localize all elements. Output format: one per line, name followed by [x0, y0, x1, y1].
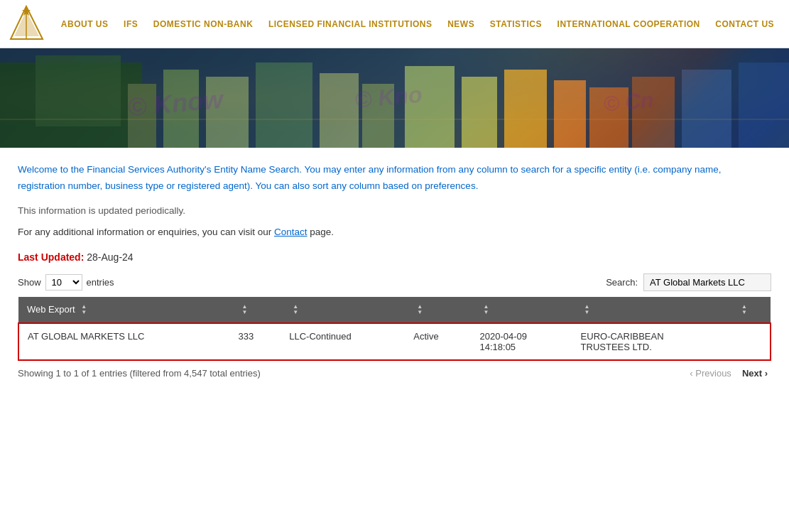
enquiry-suffix: page. [307, 227, 334, 237]
table-cell-0-6 [729, 323, 771, 360]
table-footer: Showing 1 to 1 of 1 entries (filtered fr… [18, 367, 771, 380]
nav-link-licensed[interactable]: LICENSED FINANCIAL INSTITUTIONS [263, 16, 438, 33]
sort-arrows-icon-4: ▲▼ [417, 304, 423, 315]
svg-rect-20 [682, 70, 731, 148]
main-content: Welcome to the Financial Services Author… [0, 148, 789, 394]
table-cell-0-0: AT GLOBAL MARKETS LLC [18, 323, 230, 360]
last-updated-value: 28-Aug-24 [84, 251, 133, 263]
updated-periodically-text: This information is updated periodically… [18, 205, 771, 216]
col-5[interactable]: ▲▼ [472, 297, 572, 324]
logo [7, 5, 46, 43]
search-input[interactable] [643, 273, 771, 291]
svg-rect-11 [256, 63, 312, 148]
sort-arrows-icon-6: ▲▼ [584, 304, 590, 315]
table-cell-0-2: LLC-Continued [281, 323, 405, 360]
col-7[interactable]: ▲▼ [729, 297, 771, 324]
sort-arrows-icon-3: ▲▼ [293, 304, 298, 315]
nav-link-contact[interactable]: CONTACT US [709, 16, 780, 33]
intro-paragraph: Welcome to the Financial Services Author… [18, 162, 771, 195]
last-updated-label: Last Updated: [18, 251, 84, 263]
svg-rect-16 [504, 70, 547, 148]
svg-rect-7 [36, 55, 121, 126]
entries-label: entries [87, 277, 114, 288]
table-cell-0-3: Active [405, 323, 471, 360]
previous-button[interactable]: ‹ Previous [686, 367, 735, 380]
nav-links: ABOUT US IFS DOMESTIC NON-BANK LICENSED … [53, 16, 782, 33]
table-cell-0-5: EURO-CARIBBEAN TRUSTEES LTD. [572, 323, 729, 360]
col-6[interactable]: ▲▼ [572, 297, 729, 324]
nav-link-news[interactable]: NEWS [442, 16, 480, 33]
show-label: Show [18, 277, 41, 288]
table-row: AT GLOBAL MARKETS LLC333LLC-ContinuedAct… [18, 323, 771, 360]
col-2[interactable]: ▲▼ [230, 297, 281, 324]
table-controls: Show 10 25 50 100 entries Search: [18, 273, 771, 291]
sort-arrows-icon-5: ▲▼ [484, 304, 489, 315]
nav-link-international[interactable]: INTERNATIONAL COOPERATION [552, 16, 706, 33]
showing-entries-text: Showing 1 to 1 of 1 entries (filtered fr… [18, 368, 261, 379]
nav-bar: ABOUT US IFS DOMESTIC NON-BANK LICENSED … [0, 0, 789, 48]
table-cell-0-4: 2020-04-09 14:18:05 [472, 323, 572, 360]
nav-link-statistics[interactable]: STATISTICS [484, 16, 548, 33]
svg-rect-15 [462, 77, 497, 148]
contact-link[interactable]: Contact [274, 227, 308, 237]
nav-link-about-us[interactable]: ABOUT US [55, 16, 114, 33]
pagination: ‹ Previous Next › [686, 367, 771, 380]
nav-link-domestic[interactable]: DOMESTIC NON-BANK [148, 16, 259, 33]
col-4[interactable]: ▲▼ [405, 297, 471, 324]
svg-text:© Cn: © Cn [602, 88, 654, 116]
nav-link-ifs[interactable]: IFS [118, 16, 143, 33]
svg-rect-21 [739, 63, 789, 148]
search-box: Search: [606, 273, 771, 291]
next-button[interactable]: Next › [739, 367, 771, 380]
col-3[interactable]: ▲▼ [281, 297, 405, 324]
col-web-export[interactable]: Web Export ▲▼ [18, 297, 230, 324]
svg-rect-12 [320, 73, 359, 148]
table-header-row: Web Export ▲▼ ▲▼ ▲▼ ▲▼ ▲▼ ▲▼ [18, 297, 771, 324]
svg-rect-17 [554, 80, 586, 148]
sort-arrows-icon-7: ▲▼ [741, 304, 747, 315]
show-entries-control: Show 10 25 50 100 entries [18, 274, 114, 291]
sort-arrows-icon-2: ▲▼ [242, 304, 248, 315]
entries-select[interactable]: 10 25 50 100 [45, 274, 82, 291]
last-updated-line: Last Updated: 28-Aug-24 [18, 251, 771, 263]
hero-image: © Know © Kno © Cn [0, 48, 789, 148]
enquiry-prefix: For any additional information or enquir… [18, 227, 274, 237]
data-table: Web Export ▲▼ ▲▼ ▲▼ ▲▼ ▲▼ ▲▼ [18, 297, 771, 362]
search-label: Search: [606, 277, 638, 288]
table-cell-0-1: 333 [230, 323, 281, 360]
sort-arrows-icon: ▲▼ [81, 304, 87, 315]
enquiry-paragraph: For any additional information or enquir… [18, 227, 771, 237]
